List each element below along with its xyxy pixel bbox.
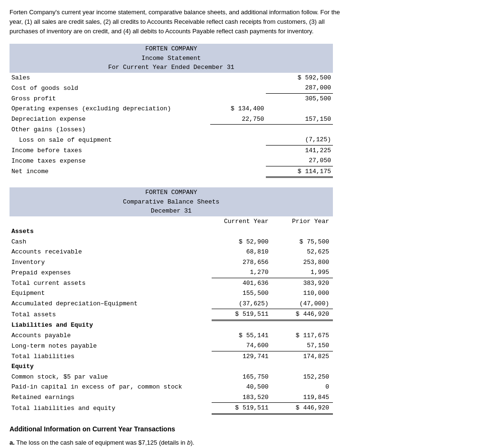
item-a-text: The loss on the cash sale of equipment w… — [16, 439, 194, 446]
additional-info-section: Additional Information on Current Year T… — [10, 424, 371, 448]
bs-label-equipment: Equipment — [10, 288, 212, 299]
intro-paragraph: Forten Company's current year income sta… — [10, 8, 342, 36]
bs-row-ap: Accounts payable $ 55,141 $ 117,675 — [10, 331, 333, 341]
bs-title: Comparative Balance Sheets — [11, 197, 331, 207]
bs-label-ap: Accounts payable — [10, 331, 212, 341]
bs-equity-label: Equity — [10, 361, 212, 372]
bs-assets-header: Assets — [10, 226, 333, 237]
bs-row-retained: Retained earnings 183,520 119,845 — [10, 392, 333, 403]
bs-row-cash: Cash $ 52,900 $ 75,500 — [10, 237, 333, 247]
is-amount-loss-sale: (7,125) — [266, 135, 333, 145]
bs-row-ltnotes: Long-term notes payable 74,600 57,150 — [10, 341, 333, 351]
bs-py-paid-in: 0 — [273, 382, 333, 392]
bs-label-total-liab: Total liabilities — [10, 351, 212, 361]
bs-col-current-year: Current Year — [212, 216, 272, 227]
is-mid-gross-profit — [210, 93, 266, 104]
bs-cy-common-stock: 165,750 — [212, 372, 272, 382]
is-row-loss-sale: Loss on sale of equipment (7,125) — [10, 135, 333, 145]
bs-label-total-le: Total liabilities and equity — [10, 403, 212, 414]
bs-cy-ltnotes: 74,600 — [212, 341, 272, 351]
bs-py-total-assets: $ 446,920 — [273, 309, 333, 321]
is-label-loss-sale: Loss on sale of equipment — [10, 135, 210, 145]
is-amount-depreciation: 157,150 — [266, 114, 333, 125]
bs-col-headers: Current Year Prior Year — [10, 216, 333, 227]
bs-liab-equity-header: Liabilities and Equity — [10, 320, 333, 331]
is-mid-cogs — [210, 83, 266, 93]
bs-py-total-le: $ 446,920 — [273, 403, 333, 414]
bs-period: December 31 — [11, 206, 331, 216]
is-mid-sales — [210, 73, 266, 83]
bs-label-retained: Retained earnings — [10, 392, 212, 403]
income-statement-company: FORTEN COMPANY — [11, 44, 331, 54]
bs-equity-header: Equity — [10, 361, 333, 372]
bs-assets-label: Assets — [10, 226, 212, 237]
is-amount-sales: $ 592,500 — [266, 73, 333, 83]
bs-label-ar: Accounts receivable — [10, 247, 212, 257]
bs-cy-total-le: $ 519,511 — [212, 403, 272, 414]
bs-cy-prepaid: 1,270 — [212, 267, 272, 278]
is-amount-opex — [266, 104, 333, 114]
is-label-income-before-taxes: Income before taxes — [10, 145, 210, 156]
bs-label-inventory: Inventory — [10, 257, 212, 268]
bs-label-paid-in: Paid-in capital in excess of par, common… — [10, 382, 212, 392]
bs-row-equipment: Equipment 155,500 110,000 — [10, 288, 333, 299]
bs-row-inventory: Inventory 278,656 253,800 — [10, 257, 333, 268]
is-mid-opex: $ 134,400 — [210, 104, 266, 114]
is-amount-cogs: 287,000 — [266, 83, 333, 93]
is-amount-other-gains — [266, 125, 333, 135]
bs-cy-total-current: 401,636 — [212, 278, 272, 288]
is-label-net-income: Net income — [10, 166, 210, 177]
balance-sheet-table: FORTEN COMPANY Comparative Balance Sheet… — [10, 187, 333, 415]
bs-label-prepaid: Prepaid expenses — [10, 267, 212, 278]
additional-info-title: Additional Information on Current Year T… — [10, 424, 371, 434]
bs-py-common-stock: 152,250 — [273, 372, 333, 382]
bs-label-total-assets: Total assets — [10, 309, 212, 321]
bs-cy-total-assets: $ 519,511 — [212, 309, 272, 321]
bs-label-common-stock: Common stock, $5 par value — [10, 372, 212, 382]
is-label-income-taxes: Income taxes expense — [10, 156, 210, 166]
bs-row-common-stock: Common stock, $5 par value 165,750 152,2… — [10, 372, 333, 382]
is-row-net-income: Net income $ 114,175 — [10, 166, 333, 177]
bs-cy-total-liab: 129,741 — [212, 351, 272, 361]
is-row-gross-profit: Gross profit 305,500 — [10, 93, 333, 104]
income-statement-period: For Current Year Ended December 31 — [11, 63, 331, 72]
bs-py-retained: 119,845 — [273, 392, 333, 403]
bs-py-cash: $ 75,500 — [273, 237, 333, 247]
is-label-depreciation: Depreciation expense — [10, 114, 210, 125]
is-amount-income-before-taxes: 141,225 — [266, 145, 333, 156]
bs-label-accum-dep: Accumulated depreciation–Equipment — [10, 299, 212, 309]
bs-row-paid-in: Paid-in capital in excess of par, common… — [10, 382, 333, 392]
income-statement-title: Income Statement — [11, 54, 331, 63]
is-row-cogs: Cost of goods sold 287,000 — [10, 83, 333, 93]
is-row-income-before-taxes: Income before taxes 141,225 — [10, 145, 333, 156]
bs-row-prepaid: Prepaid expenses 1,270 1,995 — [10, 267, 333, 278]
bs-py-ltnotes: 57,150 — [273, 341, 333, 351]
is-mid-net-income — [210, 166, 266, 177]
bs-row-total-le: Total liabilities and equity $ 519,511 $… — [10, 403, 333, 414]
bs-row-total-liab: Total liabilities 129,741 174,825 — [10, 351, 333, 361]
bs-py-inventory: 253,800 — [273, 257, 333, 268]
is-label-gross-profit: Gross profit — [10, 93, 210, 104]
is-mid-other-gains — [210, 125, 266, 135]
bs-company: FORTEN COMPANY — [11, 188, 331, 197]
is-row-income-taxes: Income taxes expense 27,050 — [10, 156, 333, 166]
bs-cy-cash: $ 52,900 — [212, 237, 272, 247]
is-amount-net-income: $ 114,175 — [266, 166, 333, 177]
bs-cy-ar: 68,810 — [212, 247, 272, 257]
is-amount-gross-profit: 305,500 — [266, 93, 333, 104]
bs-py-ar: 52,625 — [273, 247, 333, 257]
bs-py-ap: $ 117,675 — [273, 331, 333, 341]
is-label-sales: Sales — [10, 73, 210, 83]
bs-cy-accum-dep: (37,625) — [212, 299, 272, 309]
bs-label-cash: Cash — [10, 237, 212, 247]
is-row-other-gains: Other gains (losses) — [10, 125, 333, 135]
is-row-depreciation: Depreciation expense 22,750 157,150 — [10, 114, 333, 125]
bs-cy-retained: 183,520 — [212, 392, 272, 403]
is-amount-income-taxes: 27,050 — [266, 156, 333, 166]
bs-cy-inventory: 278,656 — [212, 257, 272, 268]
is-mid-loss-sale — [210, 135, 266, 145]
bs-py-total-current: 383,920 — [273, 278, 333, 288]
item-a-key: a. — [10, 439, 15, 446]
bs-row-accum-dep: Accumulated depreciation–Equipment (37,6… — [10, 299, 333, 309]
is-mid-income-before-taxes — [210, 145, 266, 156]
